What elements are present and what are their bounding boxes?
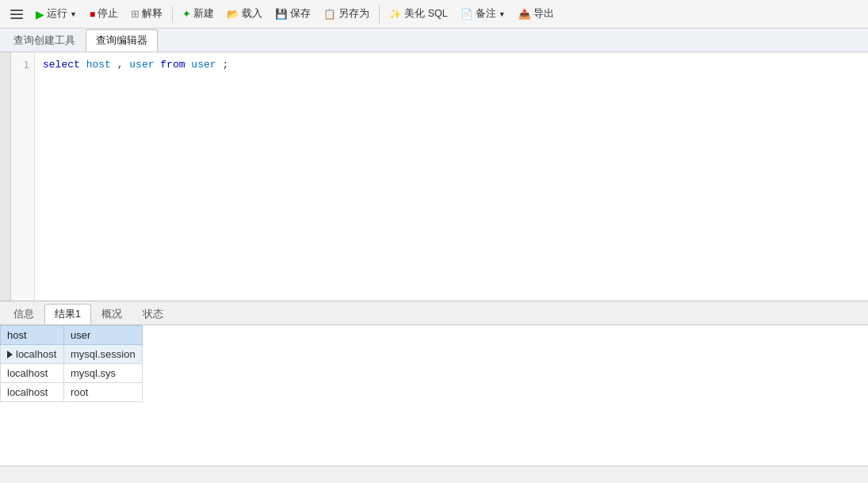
load-label: 载入: [242, 7, 262, 21]
hamburger-icon: [10, 10, 23, 19]
stop-label: 停止: [98, 7, 118, 21]
table-row[interactable]: localhostroot: [1, 383, 143, 402]
editor-wrapper: 查询创建工具 查询编辑器 1 select host ,: [0, 29, 868, 301]
row-arrow-icon: [7, 351, 13, 358]
line-numbers: 1: [11, 52, 35, 301]
new-icon: ✦: [182, 8, 191, 20]
col-host: host: [86, 59, 111, 71]
table-header-row: host user: [1, 326, 143, 345]
beautify-sql-button[interactable]: ✨ 美化 SQL: [384, 5, 453, 23]
separator-1: [172, 6, 173, 23]
stop-icon: ■: [90, 9, 95, 20]
explain-button[interactable]: ⊞ 解释: [125, 5, 168, 23]
explain-icon: ⊞: [131, 8, 140, 20]
main-layout: 查询创建工具 查询编辑器 1 select host ,: [0, 29, 868, 483]
save-as-button[interactable]: 📋 另存为: [318, 5, 375, 23]
editor-container: 1 select host , user from user: [0, 52, 868, 301]
results-table: host user localhostmysql.sessionlocalhos…: [0, 325, 143, 402]
col-user: user: [129, 59, 154, 71]
hamburger-button[interactable]: [5, 7, 29, 21]
run-dropdown-icon[interactable]: ▼: [70, 10, 77, 18]
cell-row0-col1: mysql.session: [64, 345, 143, 364]
code-editor[interactable]: select host , user from user ;: [35, 52, 868, 301]
new-button[interactable]: ✦ 新建: [177, 5, 220, 23]
tab-overview[interactable]: 概况: [91, 304, 132, 324]
save-as-icon: 📋: [323, 8, 336, 20]
cell-row0-col0: localhost: [1, 345, 64, 364]
new-label: 新建: [193, 7, 214, 21]
run-label: 运行: [47, 7, 67, 21]
beautify-icon: ✨: [389, 8, 402, 20]
comment-dropdown-icon[interactable]: ▼: [499, 10, 506, 18]
results-tab-bar: 信息 结果1 概况 状态: [0, 301, 868, 325]
save-as-label: 另存为: [338, 7, 369, 21]
beautify-sql-label: 美化 SQL: [404, 7, 448, 21]
run-button[interactable]: ▶ 运行 ▼: [30, 5, 82, 23]
status-bar: [0, 466, 868, 483]
save-icon: 💾: [275, 8, 288, 20]
separator-2: [379, 6, 380, 23]
table-row[interactable]: localhostmysql.sys: [1, 364, 143, 383]
keyword-select: select: [43, 59, 80, 71]
tab-info[interactable]: 信息: [3, 304, 44, 324]
col-header-host: host: [1, 326, 64, 345]
editor-area[interactable]: 1 select host , user from user: [11, 52, 868, 301]
stop-button[interactable]: ■ 停止: [84, 5, 124, 23]
tab-query-builder[interactable]: 查询创建工具: [3, 29, 86, 52]
comment-icon: 📄: [461, 8, 473, 20]
keyword-from: from: [160, 59, 185, 71]
export-icon: 📤: [518, 8, 531, 20]
results-panel: 信息 结果1 概况 状态 host user: [0, 301, 868, 483]
semicolon-1: ;: [222, 59, 228, 71]
tab-query-editor[interactable]: 查询编辑器: [86, 29, 158, 52]
col-header-user: user: [64, 326, 143, 345]
save-label: 保存: [290, 7, 311, 21]
table-user: user: [191, 59, 216, 71]
left-scroll-bar: [0, 52, 11, 301]
load-icon: 📂: [227, 8, 239, 20]
load-button[interactable]: 📂 载入: [221, 5, 268, 23]
toolbar: ▶ 运行 ▼ ■ 停止 ⊞ 解释 ✦ 新建 📂 载入 💾 保存 📋 另存为 ✨ …: [0, 0, 868, 29]
cell-row1-col1: mysql.sys: [64, 364, 143, 383]
export-button[interactable]: 📤 导出: [513, 5, 560, 23]
table-row[interactable]: localhostmysql.session: [1, 345, 143, 364]
export-label: 导出: [533, 7, 554, 21]
cell-row2-col1: root: [64, 383, 143, 402]
code-line-1: select host , user from user ;: [43, 59, 860, 71]
line-number-1: 1: [16, 59, 29, 71]
comment-button[interactable]: 📄 备注 ▼: [455, 5, 511, 23]
play-icon: ▶: [36, 8, 44, 21]
tab-result1[interactable]: 结果1: [44, 304, 91, 324]
data-grid: host user localhostmysql.sessionlocalhos…: [0, 325, 868, 466]
explain-label: 解释: [142, 7, 163, 21]
save-button[interactable]: 💾 保存: [270, 5, 316, 23]
comma-1: ,: [117, 59, 124, 71]
cell-row2-col0: localhost: [1, 383, 64, 402]
cell-row1-col0: localhost: [1, 364, 64, 383]
comment-label: 备注: [476, 7, 496, 21]
tab-status[interactable]: 状态: [132, 304, 174, 324]
editor-tab-bar: 查询创建工具 查询编辑器: [0, 29, 868, 52]
